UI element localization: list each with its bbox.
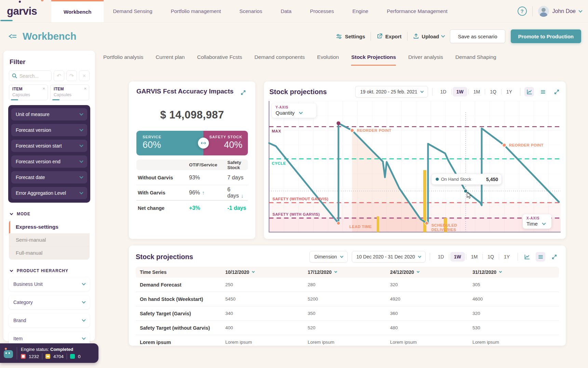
garvis-logo[interactable]: garvis [0, 0, 51, 22]
stockout-point [425, 221, 428, 225]
tab-evolution[interactable]: Evolution [317, 54, 339, 66]
clear-filters-icon[interactable]: × [79, 71, 90, 81]
nav-item-performance-management[interactable]: Performance Management [377, 0, 457, 22]
fullscreen-icon[interactable] [549, 252, 559, 262]
projections-table: Time Series 10/12/2020 17/12/2020 24/12/… [136, 267, 559, 346]
tab-current-plan[interactable]: Current plan [156, 54, 185, 66]
fullscreen-icon[interactable] [552, 87, 561, 97]
chart-tooltip: On Hand Stock 5,450 [431, 174, 502, 185]
chart-date-range-select[interactable]: 19 okt. 2020 - 25 feb. 2021 [355, 86, 428, 98]
header-divider [371, 32, 371, 41]
collapse-sidebar-icon[interactable] [8, 31, 18, 41]
tab-driver-analysis[interactable]: Driver analysis [408, 54, 443, 66]
period-1m[interactable]: 1M [470, 87, 484, 97]
tab-demand-components[interactable]: Demand components [254, 54, 305, 66]
tab-portfolio-analysis[interactable]: Portfolio analysis [103, 54, 143, 66]
period-1y[interactable]: 1Y [503, 87, 516, 97]
nav-item-data[interactable]: Data [271, 0, 301, 22]
y-axis-selector[interactable]: Y-AXIS Quantity [272, 103, 316, 118]
col-safety-stock: Safety Stock [227, 160, 246, 170]
col-date-3[interactable]: 24/12/2020 [390, 269, 472, 275]
nav-item-processes[interactable]: Processes [301, 0, 343, 22]
filter-dropdown-panel: Unit of measure Forecast version Forecas… [8, 105, 90, 203]
table-view-icon[interactable] [538, 87, 548, 97]
dropdown-forecast-version-start[interactable]: Forecast version start [11, 140, 87, 152]
dropdown-error-aggregation-level[interactable]: Error Aggregation Level [11, 187, 87, 199]
chevron-down-icon [578, 9, 582, 12]
tab-collaborative-fcsts[interactable]: Collaborative Fcsts [197, 54, 242, 66]
period-1w[interactable]: 1W [453, 87, 467, 97]
chevron-down-icon [79, 127, 83, 131]
filter-chip-item[interactable]: ITEM × Capsules [50, 85, 89, 100]
period-1m[interactable]: 1M [467, 252, 481, 262]
col-time-series[interactable]: Time Series [140, 269, 225, 275]
sort-chevron-icon [334, 270, 337, 273]
accuracy-card-title: GARVIS Fcst Accuracy Impacts [136, 88, 233, 95]
help-icon[interactable]: ? [518, 7, 527, 16]
close-icon[interactable]: × [42, 86, 45, 91]
settings-button[interactable]: Settings [336, 33, 365, 40]
dropdown-unit-of-measure[interactable]: Unit of measure [11, 108, 87, 120]
nav-item-scenarios[interactable]: Scenarios [230, 0, 271, 22]
period-1y[interactable]: 1Y [500, 252, 513, 262]
line-chart-view-icon[interactable] [524, 87, 534, 97]
period-1d[interactable]: 1D [434, 252, 448, 262]
nav-item-demand-sensing[interactable]: Demand Sensing [104, 0, 161, 22]
tab-demand-shaping[interactable]: Demand Shaping [455, 54, 496, 66]
arrow-up-icon: ↑ [202, 190, 205, 195]
table-row: Demand Forecast 250 280 320 305 [136, 278, 559, 292]
expand-icon[interactable] [238, 88, 248, 97]
dropdown-brand[interactable]: Brand [9, 314, 90, 327]
nav-item-workbench[interactable]: Workbench [51, 0, 104, 22]
engine-divider [17, 347, 17, 359]
dropdown-category[interactable]: Category [9, 295, 90, 309]
nav-item-portfolio-management[interactable]: Portfolio management [161, 0, 230, 22]
period-1q[interactable]: 1Q [484, 252, 498, 262]
save-as-scenario-button[interactable]: Save as scenario [450, 29, 505, 43]
x-axis-selector[interactable]: X-AXIS Time [523, 214, 551, 229]
tooltip-value: 5,450 [486, 177, 498, 182]
product-hierarchy-section-header[interactable]: PRODUCT HIERARCHY [10, 268, 90, 273]
user-menu[interactable]: John Doe [538, 6, 582, 17]
line-chart-view-icon[interactable] [522, 252, 532, 262]
promote-to-production-button[interactable]: Promote to Production [511, 29, 582, 43]
tab-stock-projections[interactable]: Stock Projections [351, 54, 396, 66]
chevron-down-icon [542, 221, 546, 225]
success-count: 0 [78, 354, 81, 359]
dropdown-forecast-version-end[interactable]: Forecast version end [11, 155, 87, 168]
col-date-2[interactable]: 17/12/2020 [308, 269, 390, 275]
split-drag-handle[interactable] [198, 138, 209, 149]
dropdown-business-unit[interactable]: Business Unit [9, 277, 90, 291]
search-input[interactable] [19, 73, 49, 79]
undo-icon[interactable]: ↶ [54, 71, 64, 81]
period-1d[interactable]: 1D [437, 87, 450, 97]
dimension-select[interactable]: Dimension [309, 251, 347, 263]
col-date-4[interactable]: 31/12/2020 [472, 269, 555, 275]
reorder-point-marker [350, 129, 354, 132]
mode-item-express-settings[interactable]: Express-settings [9, 220, 90, 233]
export-icon [376, 33, 383, 39]
redo-icon[interactable]: ↷ [66, 71, 77, 81]
dropdown-forecast-version[interactable]: Forecast version [11, 124, 87, 136]
chevron-down-icon [299, 110, 303, 114]
mode-item-semi-manual[interactable]: Semi-manual [9, 233, 90, 246]
period-1w[interactable]: 1W [450, 252, 465, 262]
replenishment-peak-point [337, 122, 340, 125]
chip-underline [11, 99, 18, 100]
table-view-icon[interactable] [536, 252, 545, 262]
nav-item-engine[interactable]: Engine [343, 0, 378, 22]
dropdown-forecast-date[interactable]: Forecast date [11, 171, 87, 183]
table-date-range-select[interactable]: 10 Dec 2020 - 31 Dec 2020 [352, 251, 426, 263]
close-icon[interactable]: × [84, 86, 86, 91]
export-button[interactable]: Export [376, 33, 402, 39]
period-1q[interactable]: 1Q [486, 87, 500, 97]
filter-chip-item[interactable]: ITEM × Capsules [9, 85, 48, 100]
chevron-down-icon [82, 336, 85, 340]
mode-item-full-manual[interactable]: Full-manual [9, 246, 90, 259]
table-row: Safety Target (without Garvis) 400 520 4… [136, 321, 559, 335]
upload-button[interactable]: Upload [413, 33, 445, 39]
table-row: Safety Target (Garvis) 340 350 360 320 [136, 306, 559, 321]
reorder-point-marker [503, 143, 506, 147]
col-date-1[interactable]: 10/12/2020 [225, 269, 308, 275]
mode-section-header[interactable]: MODE [10, 212, 90, 216]
